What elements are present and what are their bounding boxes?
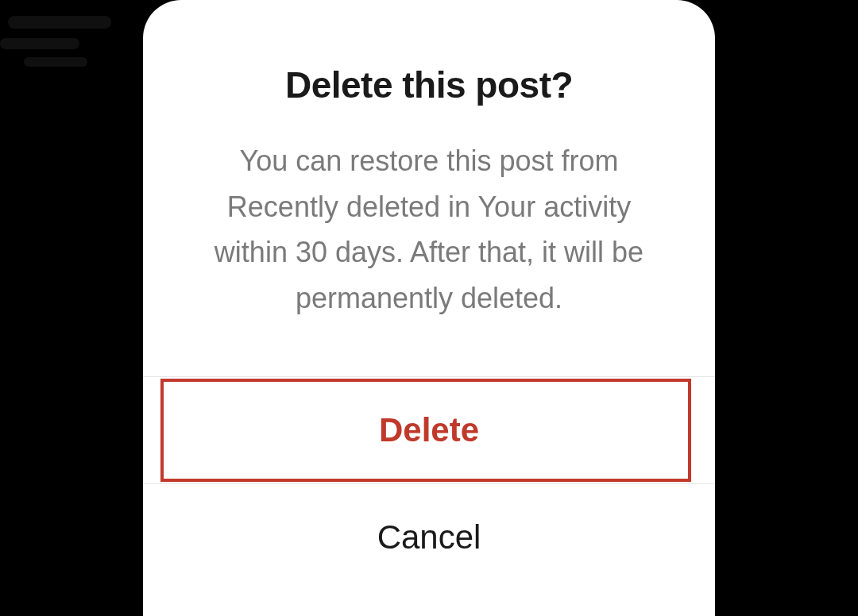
cancel-button-label: Cancel: [377, 518, 481, 556]
background-artifact: [0, 38, 79, 49]
delete-button[interactable]: Delete: [143, 376, 715, 483]
delete-button-label: Delete: [379, 411, 479, 449]
background-artifact: [24, 57, 87, 67]
modal-title: Delete this post?: [191, 64, 667, 106]
delete-post-modal: Delete this post? You can restore this p…: [143, 0, 715, 616]
modal-actions: Delete Cancel: [143, 376, 715, 591]
cancel-button[interactable]: Cancel: [143, 483, 715, 591]
modal-body: You can restore this post from Recently …: [143, 138, 715, 376]
background-artifact: [8, 16, 111, 29]
modal-description: You can restore this post from Recently …: [199, 138, 659, 321]
modal-header: Delete this post?: [143, 0, 715, 138]
